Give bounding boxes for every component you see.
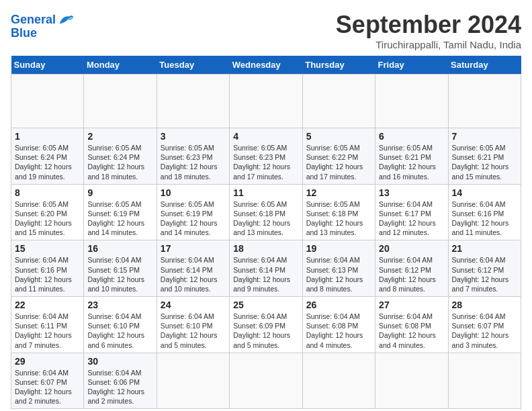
calendar-cell (230, 75, 302, 128)
calendar-cell: 4Sunrise: 6:05 AMSunset: 6:23 PMDaylight… (230, 128, 302, 185)
calendar-cell: 6Sunrise: 6:05 AMSunset: 6:21 PMDaylight… (375, 128, 448, 185)
calendar-week-3: 8Sunrise: 6:05 AMSunset: 6:20 PMDaylight… (11, 184, 521, 240)
day-info: Sunrise: 6:04 AMSunset: 6:08 PMDaylight:… (379, 312, 444, 350)
day-info: Sunrise: 6:05 AMSunset: 6:24 PMDaylight:… (15, 143, 80, 181)
day-info: Sunrise: 6:05 AMSunset: 6:18 PMDaylight:… (306, 199, 371, 238)
calendar-cell: 10Sunrise: 6:05 AMSunset: 6:19 PMDayligh… (157, 184, 229, 240)
calendar-cell: 18Sunrise: 6:04 AMSunset: 6:14 PMDayligh… (230, 240, 302, 297)
day-number: 25 (233, 300, 298, 310)
calendar-cell: 25Sunrise: 6:04 AMSunset: 6:09 PMDayligh… (230, 297, 302, 353)
day-info: Sunrise: 6:04 AMSunset: 6:13 PMDaylight:… (306, 255, 371, 293)
day-number: 20 (379, 243, 444, 254)
day-info: Sunrise: 6:04 AMSunset: 6:07 PMDaylight:… (15, 368, 80, 406)
day-info: Sunrise: 6:05 AMSunset: 6:21 PMDaylight:… (379, 143, 444, 181)
calendar-cell: 19Sunrise: 6:04 AMSunset: 6:13 PMDayligh… (302, 240, 375, 297)
header: General Blue September 2024 Tiruchirappa… (11, 11, 521, 50)
weekday-header-friday: Friday (375, 56, 448, 75)
calendar-cell: 21Sunrise: 6:04 AMSunset: 6:12 PMDayligh… (448, 240, 521, 297)
day-number: 22 (15, 300, 80, 310)
day-number: 15 (15, 243, 80, 254)
day-info: Sunrise: 6:04 AMSunset: 6:11 PMDaylight:… (15, 312, 80, 350)
day-info: Sunrise: 6:04 AMSunset: 6:10 PMDaylight:… (161, 312, 226, 350)
day-number: 12 (306, 187, 371, 198)
day-number: 29 (15, 356, 80, 367)
calendar-cell: 23Sunrise: 6:04 AMSunset: 6:10 PMDayligh… (84, 297, 157, 353)
logo-text: General (11, 13, 56, 27)
location-subtitle: Tiruchirappalli, Tamil Nadu, India (336, 39, 521, 50)
day-number: 17 (161, 243, 226, 254)
calendar-cell: 17Sunrise: 6:04 AMSunset: 6:14 PMDayligh… (157, 240, 229, 297)
calendar-cell (157, 75, 229, 128)
calendar-cell: 14Sunrise: 6:04 AMSunset: 6:16 PMDayligh… (448, 184, 521, 240)
calendar-cell (230, 353, 302, 409)
title-area: September 2024 Tiruchirappalli, Tamil Na… (336, 11, 521, 50)
day-number: 14 (452, 187, 517, 198)
calendar-week-2: 1Sunrise: 6:05 AMSunset: 6:24 PMDaylight… (11, 128, 521, 185)
day-info: Sunrise: 6:05 AMSunset: 6:18 PMDaylight:… (233, 199, 298, 238)
day-info: Sunrise: 6:04 AMSunset: 6:09 PMDaylight:… (233, 312, 298, 350)
calendar-cell: 9Sunrise: 6:05 AMSunset: 6:19 PMDaylight… (84, 184, 157, 240)
day-info: Sunrise: 6:04 AMSunset: 6:16 PMDaylight:… (452, 199, 517, 238)
day-number: 2 (87, 131, 152, 142)
day-info: Sunrise: 6:04 AMSunset: 6:12 PMDaylight:… (379, 255, 444, 293)
day-info: Sunrise: 6:05 AMSunset: 6:24 PMDaylight:… (87, 143, 152, 181)
day-number: 3 (161, 131, 226, 142)
weekday-header-tuesday: Tuesday (157, 56, 229, 75)
day-number: 21 (452, 243, 517, 254)
calendar-cell: 29Sunrise: 6:04 AMSunset: 6:07 PMDayligh… (11, 353, 84, 409)
month-title: September 2024 (336, 11, 521, 39)
weekday-header-monday: Monday (84, 56, 157, 75)
weekday-header-wednesday: Wednesday (230, 56, 302, 75)
day-number: 11 (233, 187, 298, 198)
day-number: 27 (379, 300, 444, 310)
calendar-cell (157, 353, 229, 409)
day-info: Sunrise: 6:04 AMSunset: 6:16 PMDaylight:… (15, 255, 80, 293)
day-info: Sunrise: 6:04 AMSunset: 6:14 PMDaylight:… (161, 255, 226, 293)
calendar-cell: 30Sunrise: 6:04 AMSunset: 6:06 PMDayligh… (84, 353, 157, 409)
weekday-header-saturday: Saturday (448, 56, 521, 75)
calendar-week-6: 29Sunrise: 6:04 AMSunset: 6:07 PMDayligh… (11, 353, 521, 409)
day-info: Sunrise: 6:05 AMSunset: 6:23 PMDaylight:… (233, 143, 298, 181)
calendar-table: SundayMondayTuesdayWednesdayThursdayFrid… (11, 56, 521, 409)
day-number: 5 (306, 131, 371, 142)
calendar-week-4: 15Sunrise: 6:04 AMSunset: 6:16 PMDayligh… (11, 240, 521, 297)
calendar-cell: 13Sunrise: 6:04 AMSunset: 6:17 PMDayligh… (375, 184, 448, 240)
calendar-cell: 7Sunrise: 6:05 AMSunset: 6:21 PMDaylight… (448, 128, 521, 185)
calendar-cell (11, 75, 84, 128)
day-number: 13 (379, 187, 444, 198)
calendar-cell: 2Sunrise: 6:05 AMSunset: 6:24 PMDaylight… (84, 128, 157, 185)
calendar-cell (302, 353, 375, 409)
day-number: 18 (233, 243, 298, 254)
logo: General Blue (11, 11, 75, 40)
calendar-cell: 20Sunrise: 6:04 AMSunset: 6:12 PMDayligh… (375, 240, 448, 297)
calendar-week-1 (11, 75, 521, 128)
calendar-cell (84, 75, 157, 128)
day-info: Sunrise: 6:05 AMSunset: 6:19 PMDaylight:… (161, 199, 226, 238)
calendar-cell (375, 353, 448, 409)
logo-blue-text: Blue (11, 27, 37, 40)
day-number: 9 (87, 187, 152, 198)
day-number: 6 (379, 131, 444, 142)
calendar-cell (448, 75, 521, 128)
day-number: 1 (15, 131, 80, 142)
day-info: Sunrise: 6:04 AMSunset: 6:06 PMDaylight:… (87, 368, 152, 406)
calendar-cell: 28Sunrise: 6:04 AMSunset: 6:07 PMDayligh… (448, 297, 521, 353)
day-info: Sunrise: 6:04 AMSunset: 6:17 PMDaylight:… (379, 199, 444, 238)
day-number: 24 (161, 300, 226, 310)
calendar-cell (448, 353, 521, 409)
day-number: 28 (452, 300, 517, 310)
weekday-header-sunday: Sunday (11, 56, 84, 75)
day-info: Sunrise: 6:05 AMSunset: 6:21 PMDaylight:… (452, 143, 517, 181)
calendar-cell: 8Sunrise: 6:05 AMSunset: 6:20 PMDaylight… (11, 184, 84, 240)
day-number: 4 (233, 131, 298, 142)
day-number: 26 (306, 300, 371, 310)
day-info: Sunrise: 6:04 AMSunset: 6:07 PMDaylight:… (452, 312, 517, 350)
calendar-week-5: 22Sunrise: 6:04 AMSunset: 6:11 PMDayligh… (11, 297, 521, 353)
calendar-cell: 26Sunrise: 6:04 AMSunset: 6:08 PMDayligh… (302, 297, 375, 353)
calendar-cell: 27Sunrise: 6:04 AMSunset: 6:08 PMDayligh… (375, 297, 448, 353)
day-number: 23 (87, 300, 152, 310)
day-number: 7 (452, 131, 517, 142)
calendar-cell: 24Sunrise: 6:04 AMSunset: 6:10 PMDayligh… (157, 297, 229, 353)
calendar-cell (375, 75, 448, 128)
calendar-cell: 1Sunrise: 6:05 AMSunset: 6:24 PMDaylight… (11, 128, 84, 185)
